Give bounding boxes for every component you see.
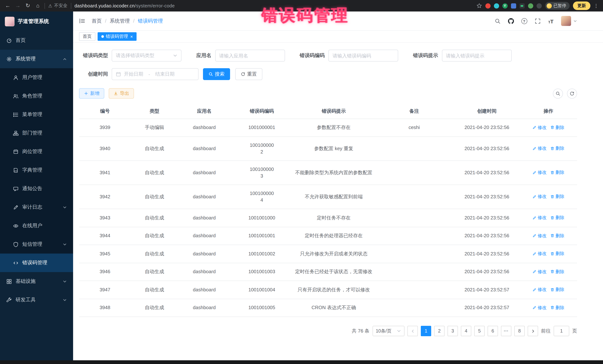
back-icon[interactable]: ← xyxy=(4,3,11,9)
online-icon xyxy=(13,223,19,229)
edit-link[interactable]: 修改 xyxy=(533,214,547,221)
font-size-icon[interactable]: TT xyxy=(548,18,554,24)
edit-link[interactable]: 修改 xyxy=(533,124,547,131)
sidebar-item-notice[interactable]: 通知公告 xyxy=(0,179,73,198)
hamburger-icon[interactable] xyxy=(79,18,85,24)
page-button-1[interactable]: 1 xyxy=(421,326,431,336)
delete-link[interactable]: 删除 xyxy=(550,145,564,152)
sidebar-item-audit-log[interactable]: 审计日志 xyxy=(0,198,73,217)
search-button[interactable]: 搜索 xyxy=(203,68,230,80)
delete-link[interactable]: 删除 xyxy=(550,214,564,221)
sidebar-item-home[interactable]: 首页 xyxy=(0,31,73,50)
extension-icon-blue[interactable] xyxy=(511,3,516,8)
user-avatar[interactable] xyxy=(561,16,571,26)
paused-label: 已暂停 xyxy=(554,3,566,9)
edit-link[interactable]: 修改 xyxy=(533,232,547,239)
extension-icon-teal[interactable] xyxy=(494,3,499,8)
tab-error-code[interactable]: 错误码管理× xyxy=(98,32,137,41)
reset-button[interactable]: 重置 xyxy=(235,68,262,80)
breadcrumb-item[interactable]: 首页 xyxy=(92,18,102,24)
sidebar-item-user[interactable]: 用户管理 xyxy=(0,68,73,87)
filter-label-code: 错误码编码 xyxy=(300,52,328,59)
help-icon[interactable]: ? xyxy=(521,18,527,24)
security-indicator[interactable]: ⚠ 不安全 xyxy=(48,3,68,9)
sidebar-item-infra[interactable]: 基础设施 xyxy=(0,272,73,291)
sidebar-item-post[interactable]: 岗位管理 xyxy=(0,142,73,161)
edit-link[interactable]: 修改 xyxy=(533,145,547,152)
edit-link[interactable]: 修改 xyxy=(533,169,547,176)
error-type-select[interactable]: 请选择错误码类型 xyxy=(112,50,181,62)
edit-link[interactable]: 修改 xyxy=(533,250,547,257)
delete-link[interactable]: 删除 xyxy=(550,286,564,293)
edit-link[interactable]: 修改 xyxy=(533,286,547,293)
extension-icon-v[interactable]: V xyxy=(502,3,508,8)
sidebar-item-sms[interactable]: 短信管理 xyxy=(0,235,73,254)
page-button-5[interactable]: 5 xyxy=(474,326,485,336)
toggle-search-icon[interactable] xyxy=(553,88,563,99)
extension-icon-pin[interactable] xyxy=(536,3,542,8)
tab-close-icon[interactable]: × xyxy=(130,34,133,39)
bookmark-star-icon[interactable] xyxy=(476,3,482,9)
address-bar[interactable]: dashboard.yudao.iocoder.cn/system/error-… xyxy=(75,3,175,8)
add-button[interactable]: 新增 xyxy=(79,88,104,99)
delete-link[interactable]: 删除 xyxy=(550,268,564,275)
delete-link[interactable]: 删除 xyxy=(550,169,564,176)
refresh-icon[interactable] xyxy=(567,88,577,99)
edit-link[interactable]: 修改 xyxy=(533,304,547,311)
prev-page-button[interactable] xyxy=(407,326,418,336)
delete-link[interactable]: 删除 xyxy=(550,193,564,200)
sidebar-item-menu[interactable]: 菜单管理 xyxy=(0,105,73,124)
breadcrumb-item[interactable]: 错误码管理 xyxy=(138,18,163,24)
page-button-6[interactable]: 6 xyxy=(487,326,498,336)
extension-icon-green[interactable] xyxy=(528,3,533,8)
browser-update-button[interactable]: 更新 xyxy=(573,1,590,10)
error-msg-input[interactable] xyxy=(442,50,511,62)
more-pages-button[interactable]: ••• xyxy=(501,326,511,336)
sidebar-item-role[interactable]: 角色管理 xyxy=(0,87,73,105)
fullscreen-icon[interactable] xyxy=(534,18,541,24)
reload-icon[interactable]: ↻ xyxy=(24,3,31,9)
page-button-4[interactable]: 4 xyxy=(461,326,471,336)
sidebar-item-dict[interactable]: 字典管理 xyxy=(0,161,73,179)
extension-icon-on[interactable] xyxy=(519,3,524,8)
app-logo[interactable]: 芋道管理系统 xyxy=(0,11,73,31)
forward-icon[interactable]: → xyxy=(14,3,21,9)
sidebar-item-devtool[interactable]: 研发工具 xyxy=(0,291,73,309)
dept-icon xyxy=(13,130,19,136)
export-button[interactable]: 导出 xyxy=(109,88,134,99)
edit-link[interactable]: 修改 xyxy=(533,268,547,275)
next-page-button[interactable] xyxy=(528,326,538,336)
goto-page-input[interactable] xyxy=(554,326,569,336)
page-size-select[interactable]: 10条/页 xyxy=(372,326,405,336)
delete-link[interactable]: 删除 xyxy=(550,304,564,311)
column-header: 应用名 xyxy=(178,104,231,119)
error-code-input[interactable] xyxy=(328,50,398,62)
github-icon[interactable] xyxy=(508,18,514,24)
sidebar-item-system[interactable]: 系统管理 xyxy=(0,50,73,68)
cell-app: dashboard xyxy=(178,161,231,185)
delete-link[interactable]: 删除 xyxy=(550,124,564,131)
browser-home-icon[interactable]: ⌂ xyxy=(35,3,41,9)
sidebar-item-error-code[interactable]: 错误码管理 xyxy=(0,254,73,272)
browser-menu-icon[interactable]: ⋮ xyxy=(594,3,599,9)
cell-msg: 参数配置 key 重复 xyxy=(293,137,374,161)
app-name-input[interactable] xyxy=(215,50,285,62)
delete-link[interactable]: 删除 xyxy=(550,250,564,257)
date-range-picker[interactable]: 开始日期 - 结束日期 xyxy=(112,68,198,80)
delete-link[interactable]: 删除 xyxy=(550,232,564,239)
breadcrumb-item[interactable]: 系统管理 xyxy=(110,18,130,24)
page-button-8[interactable]: 8 xyxy=(514,326,525,336)
page-button-3[interactable]: 3 xyxy=(448,326,458,336)
extension-icon-red[interactable] xyxy=(485,3,490,8)
chevron-down-icon[interactable] xyxy=(573,19,577,23)
sidebar-item-dept[interactable]: 部门管理 xyxy=(0,124,73,142)
profile-paused-badge[interactable]: 已暂停 xyxy=(545,2,570,10)
cell-type: 自动生成 xyxy=(131,263,178,281)
edit-link[interactable]: 修改 xyxy=(533,193,547,200)
cell-time: 2021-04-20 23:52:56 xyxy=(454,227,520,245)
sidebar-item-online-user[interactable]: 在线用户 xyxy=(0,217,73,235)
cell-ops: 修改删除 xyxy=(520,137,577,161)
page-button-2[interactable]: 2 xyxy=(434,326,445,336)
tab-home[interactable]: 首页 xyxy=(79,32,95,41)
search-icon[interactable] xyxy=(494,18,500,24)
